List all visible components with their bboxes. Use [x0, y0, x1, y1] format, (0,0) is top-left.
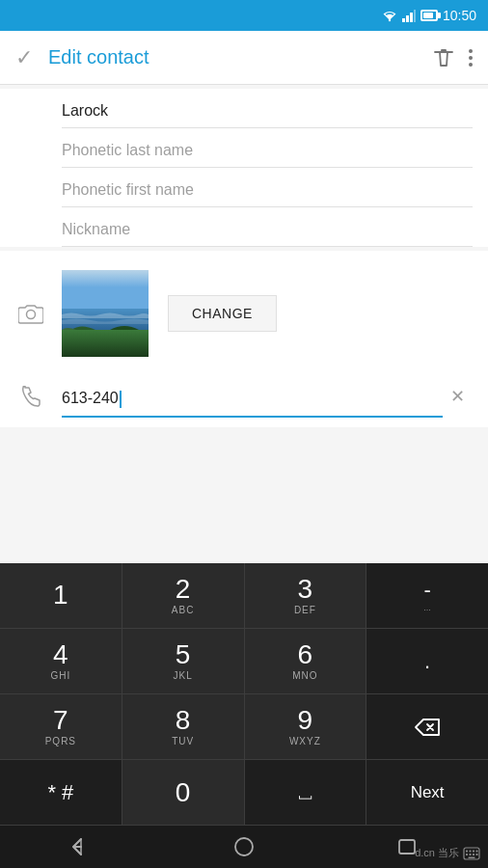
key-0[interactable]: 0: [122, 760, 245, 826]
more-options-icon[interactable]: [469, 48, 473, 68]
last-name-value: Larock: [62, 102, 108, 119]
svg-point-14: [235, 838, 253, 855]
key-backspace[interactable]: [366, 694, 488, 760]
page-title: Edit contact: [48, 46, 434, 68]
svg-rect-3: [406, 15, 409, 22]
key-space[interactable]: ⎵: [245, 760, 367, 826]
key-dash[interactable]: - ···: [366, 563, 488, 629]
svg-rect-4: [410, 13, 413, 22]
status-bar: 10:50: [0, 0, 488, 31]
camera-icon: [15, 298, 46, 329]
home-button[interactable]: [215, 826, 273, 868]
key-star-hash[interactable]: * #: [0, 760, 122, 826]
svg-rect-12: [62, 330, 149, 357]
key-2[interactable]: 2 ABC: [122, 563, 245, 629]
phone-value: 613-240: [62, 390, 119, 406]
nickname-placeholder: Nickname: [62, 221, 130, 237]
key-period[interactable]: .: [366, 629, 488, 694]
key-8[interactable]: 8 TUV: [122, 694, 245, 760]
photo-section: CHANGE: [0, 251, 488, 376]
key-1[interactable]: 1: [0, 563, 122, 629]
key-7[interactable]: 7 PQRS: [0, 694, 122, 760]
svg-rect-2: [402, 18, 405, 22]
phonetic-last-name-placeholder: Phonetic last name: [62, 142, 193, 158]
form-area: Larock Phonetic last name Phonetic first…: [0, 89, 488, 247]
contact-photo[interactable]: [62, 270, 149, 357]
phonetic-first-name-field[interactable]: Phonetic first name: [62, 168, 473, 207]
text-cursor: [120, 391, 122, 408]
svg-rect-17: [466, 850, 468, 852]
svg-rect-20: [476, 850, 478, 852]
svg-rect-22: [470, 854, 472, 855]
status-icons: 10:50: [382, 8, 476, 23]
svg-rect-21: [466, 854, 468, 855]
key-6[interactable]: 6 MNO: [245, 629, 367, 694]
phone-section: 613-240 ✕: [0, 376, 488, 427]
key-9[interactable]: 9 WXYZ: [245, 694, 367, 760]
check-button[interactable]: ✓: [15, 45, 33, 70]
clear-phone-button[interactable]: ✕: [443, 378, 473, 415]
wifi-icon: [382, 9, 397, 22]
next-button[interactable]: Next: [366, 760, 488, 826]
keyboard-row-2: 4 GHI 5 JKL 6 MNO .: [0, 629, 488, 694]
status-time: 10:50: [443, 8, 476, 23]
svg-rect-24: [476, 854, 478, 855]
svg-rect-15: [399, 840, 415, 854]
phone-input[interactable]: 613-240: [62, 376, 443, 418]
keyboard-row-4: * # 0 ⎵ Next: [0, 760, 488, 826]
change-photo-button[interactable]: CHANGE: [168, 295, 277, 332]
svg-point-6: [469, 49, 473, 53]
nav-bar: d.cn 当乐: [0, 826, 488, 868]
app-bar: ✓ Edit contact: [0, 31, 488, 85]
key-4[interactable]: 4 GHI: [0, 629, 122, 694]
phone-icon: [15, 381, 46, 412]
key-5[interactable]: 5 JKL: [122, 629, 245, 694]
last-name-field[interactable]: Larock: [62, 89, 473, 128]
svg-rect-10: [62, 270, 149, 313]
delete-icon[interactable]: [434, 47, 453, 68]
svg-rect-25: [469, 856, 475, 858]
next-label: Next: [411, 783, 445, 802]
key-3[interactable]: 3 DEF: [245, 563, 367, 629]
nickname-field[interactable]: Nickname: [62, 207, 473, 247]
branding-area: d.cn 当乐: [415, 846, 480, 860]
svg-rect-19: [473, 850, 474, 852]
phonetic-first-name-placeholder: Phonetic first name: [62, 181, 194, 198]
svg-point-9: [27, 311, 36, 319]
keyboard: 1 2 ABC 3 DEF - ··· 4 GHI 5 JKL 6 MNO: [0, 563, 488, 826]
app-bar-actions: [434, 47, 473, 68]
svg-point-8: [469, 63, 473, 67]
svg-rect-23: [473, 854, 474, 855]
signal-icon: [402, 9, 416, 22]
phonetic-last-name-field[interactable]: Phonetic last name: [62, 128, 473, 168]
svg-rect-5: [414, 10, 416, 22]
svg-rect-18: [470, 850, 472, 852]
keyboard-icon: [463, 847, 480, 860]
keyboard-row-3: 7 PQRS 8 TUV 9 WXYZ: [0, 694, 488, 760]
svg-point-1: [389, 19, 391, 21]
battery-icon: [420, 10, 438, 21]
keyboard-row-1: 1 2 ABC 3 DEF - ···: [0, 563, 488, 629]
svg-point-7: [469, 56, 473, 60]
back-button[interactable]: [52, 826, 110, 868]
